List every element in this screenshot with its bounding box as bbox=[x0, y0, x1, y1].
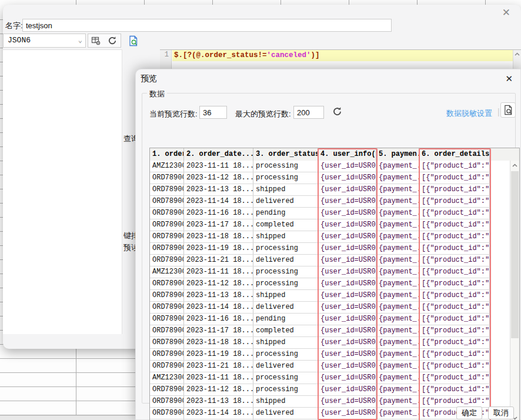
table-cell: {user_id=USR0... bbox=[318, 337, 376, 348]
table-row[interactable]: ORD7890012023-11-12 18...processing{user… bbox=[150, 172, 490, 184]
table-row[interactable]: ORD7890032023-11-14 18...delivered{user_… bbox=[150, 408, 490, 419]
table-cell: pending bbox=[253, 208, 318, 219]
table-cell: {payment_... bbox=[376, 172, 419, 184]
max-rows-input[interactable] bbox=[293, 106, 324, 119]
code-segment: )] bbox=[311, 51, 320, 59]
table-settings-button[interactable] bbox=[88, 34, 104, 48]
table-row[interactable]: ORD7890052023-11-16 18...pending{user_id… bbox=[150, 208, 490, 219]
table-cell: shipped bbox=[253, 337, 318, 348]
table-cell: [{"product_id":"... bbox=[419, 384, 490, 395]
table-row[interactable]: ORD7890032023-11-14 18...delivered{user_… bbox=[150, 196, 490, 208]
cancel-button[interactable]: 取消 bbox=[488, 406, 514, 419]
table-cell: {user_id=USR0... bbox=[318, 219, 376, 231]
dataset-tree-panel[interactable] bbox=[3, 49, 122, 334]
table-row[interactable]: AMZ1230012023-11-11 18...processing{user… bbox=[150, 161, 490, 172]
table-cell: {payment_... bbox=[376, 384, 419, 395]
table-cell: ORD789002 bbox=[150, 396, 184, 407]
table-row[interactable]: ORD7890022023-11-13 18...shipped{user_id… bbox=[150, 290, 490, 302]
table-row[interactable]: ORD7890082023-11-19 18...processing{user… bbox=[150, 243, 490, 255]
table-cell: 2023-11-21 18... bbox=[184, 361, 253, 372]
table-row[interactable]: ORD7890022023-11-13 18...shipped{user_id… bbox=[150, 184, 490, 196]
close-icon[interactable]: ✕ bbox=[505, 74, 513, 84]
table-cell: {payment_... bbox=[376, 361, 419, 372]
table-cell: {user_id=USR0... bbox=[318, 384, 376, 395]
table-row[interactable]: ORD7890072023-11-18 18...shipped{user_id… bbox=[150, 231, 490, 243]
table-cell: shipped bbox=[253, 231, 318, 242]
table-cell: {payment_... bbox=[376, 255, 419, 266]
table-cell: {user_id=USR0... bbox=[318, 196, 376, 207]
table-cell: {user_id=USR0... bbox=[318, 278, 376, 289]
table-cell: {user_id=USR0... bbox=[318, 290, 376, 301]
table-row[interactable]: ORD7890072023-11-18 18...shipped{user_id… bbox=[150, 337, 490, 349]
column-header[interactable]: 4. user_info(?) bbox=[318, 148, 376, 161]
table-cell: ORD789008 bbox=[150, 349, 184, 360]
table-cell: delivered bbox=[253, 408, 318, 419]
column-header[interactable]: 6. order_details(?) bbox=[419, 148, 490, 161]
table-row[interactable]: AMZ1230012023-11-11 18...processing{user… bbox=[150, 372, 490, 384]
table-cell: {payment_... bbox=[376, 290, 419, 301]
table-cell: {user_id=USR0... bbox=[318, 208, 376, 219]
table-row[interactable]: ORD7890092023-11-21 18...delivered{user_… bbox=[150, 255, 490, 266]
table-row[interactable]: ORD7890022023-11-13 18...shipped{user_id… bbox=[150, 396, 490, 408]
table-cell: [{"product_id":"... bbox=[419, 302, 490, 313]
column-header[interactable]: 1. order_... bbox=[150, 148, 184, 161]
table-cell: 2023-11-14 18... bbox=[184, 408, 253, 419]
table-cell: 2023-11-13 18... bbox=[184, 290, 253, 301]
type-select[interactable]: JSON6 ⌄ bbox=[3, 34, 86, 48]
table-cell: completed bbox=[253, 325, 318, 336]
table-cell: AMZ123001 bbox=[150, 266, 184, 278]
table-cell: {payment_... bbox=[376, 302, 419, 313]
table-row[interactable]: ORD7890012023-11-12 18...processing{user… bbox=[150, 384, 490, 396]
current-rows-input[interactable] bbox=[199, 106, 227, 119]
table-cell: delivered bbox=[253, 302, 318, 313]
table-cell: {payment_... bbox=[376, 243, 419, 254]
table-row[interactable]: ORD7890092023-11-21 18...delivered{user_… bbox=[150, 361, 490, 372]
table-cell: [{"product_id":"... bbox=[419, 372, 490, 384]
preview-document-button[interactable] bbox=[126, 34, 141, 48]
line-number: 1 bbox=[165, 51, 169, 59]
table-cell: [{"product_id":"... bbox=[419, 255, 490, 266]
table-cell: {user_id=USR0... bbox=[318, 172, 376, 184]
scrollbar-thumb[interactable] bbox=[511, 171, 519, 338]
data-masking-settings-link[interactable]: 数据脱敏设置 bbox=[446, 108, 492, 119]
separator: | bbox=[497, 107, 500, 116]
table-cell: ORD789007 bbox=[150, 231, 184, 242]
table-row[interactable]: ORD7890052023-11-16 18...pending{user_id… bbox=[150, 314, 490, 325]
table-cell: {user_id=USR0... bbox=[318, 266, 376, 278]
table-row[interactable]: ORD7890032023-11-14 18...delivered{user_… bbox=[150, 302, 490, 314]
table-cell: [{"product_id":"... bbox=[419, 219, 490, 231]
table-cell: {user_id=USR0... bbox=[318, 255, 376, 266]
preview-dialog: 预览 ✕ 数据 当前预览行数: 最大的预览行数: 数据脱敏设置 | bbox=[135, 69, 521, 420]
refresh-button[interactable] bbox=[103, 34, 121, 48]
table-row[interactable]: ORD7890012023-11-12 18...processing{user… bbox=[150, 278, 490, 290]
table-row[interactable]: AMZ1230012023-11-11 18...processing{user… bbox=[150, 266, 490, 278]
table-cell: shipped bbox=[253, 184, 318, 195]
table-cell: 2023-11-18 18... bbox=[184, 337, 253, 348]
preview-table: 1. order_...2. order_date...3. order_sta… bbox=[149, 148, 520, 420]
table-cell: [{"product_id":"... bbox=[419, 172, 490, 184]
table-row[interactable]: ORD7890062023-11-17 18...completed{user_… bbox=[150, 325, 490, 337]
scroll-up-button[interactable] bbox=[510, 161, 519, 170]
table-cell: AMZ123001 bbox=[150, 161, 184, 172]
table-scrollbar[interactable] bbox=[510, 161, 519, 420]
column-header[interactable]: 5. paymen... bbox=[376, 148, 419, 161]
table-cell: ORD789003 bbox=[150, 408, 184, 419]
column-header[interactable]: 2. order_date... bbox=[184, 148, 253, 161]
table-cell: {user_id=USR0... bbox=[318, 361, 376, 372]
table-cell: processing bbox=[253, 161, 318, 172]
masking-preview-button[interactable] bbox=[500, 102, 516, 118]
table-cell: processing bbox=[253, 278, 318, 289]
table-cell: 2023-11-16 18... bbox=[184, 314, 253, 325]
refresh-icon bbox=[332, 106, 342, 116]
refresh-preview-button[interactable] bbox=[331, 106, 343, 118]
table-row[interactable]: ORD7890062023-11-17 18...completed{user_… bbox=[150, 219, 490, 231]
column-header[interactable]: 3. order_status... bbox=[253, 148, 318, 161]
table-cell: 2023-11-13 18... bbox=[184, 396, 253, 407]
code-line[interactable]: $.[?(@.order_status!='canceled')] bbox=[174, 51, 512, 61]
table-cell: pending bbox=[253, 314, 318, 325]
close-icon[interactable]: ✕ bbox=[502, 7, 510, 19]
table-row[interactable]: ORD7890082023-11-19 18...processing{user… bbox=[150, 349, 490, 361]
table-cell: {user_id=USR0... bbox=[318, 349, 376, 360]
ok-button[interactable]: 确定 bbox=[456, 406, 482, 419]
name-input[interactable] bbox=[22, 19, 392, 32]
